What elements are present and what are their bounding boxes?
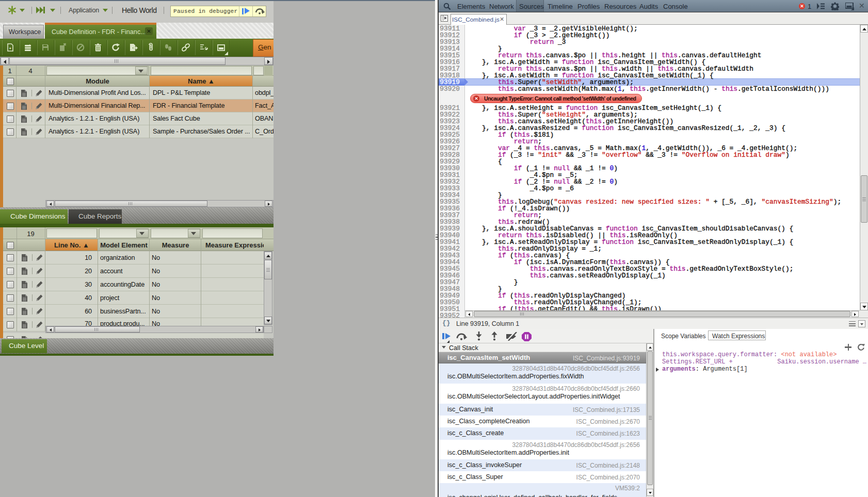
svg-text:*: * [9, 46, 11, 52]
